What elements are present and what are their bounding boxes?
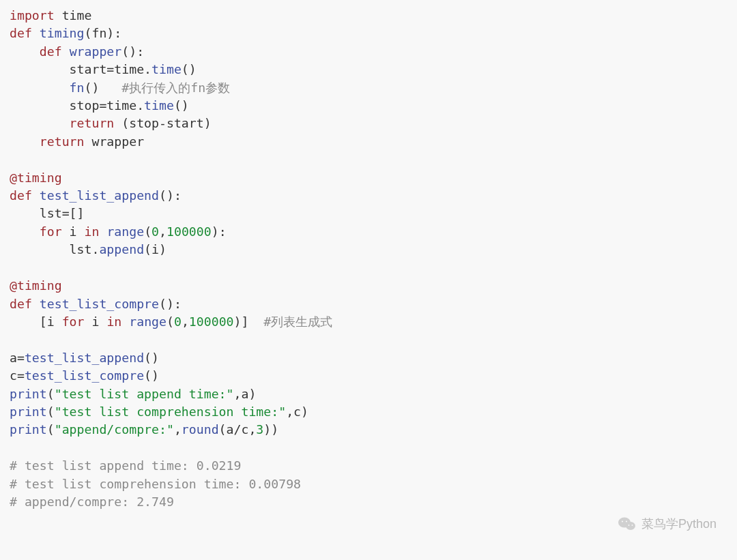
code-token: ): <box>212 224 227 239</box>
code-token: time <box>144 98 174 113</box>
code-token: ( <box>144 224 151 239</box>
code-token: (fn): <box>85 26 122 40</box>
code-token: 3 <box>256 422 263 437</box>
code-line: [i for i in range(0,100000)] #列表生成式 <box>10 314 332 329</box>
code-token: () <box>174 98 189 113</box>
code-token: "test list comprehension time:" <box>55 404 286 419</box>
code-token: test_list_append <box>40 188 159 203</box>
code-token: ( <box>47 422 55 437</box>
svg-point-1 <box>626 522 635 530</box>
code-line: # append/compre: 2.749 <box>10 495 174 509</box>
code-token: () <box>144 368 159 383</box>
wechat-icon <box>618 516 636 531</box>
code-token: (a/c, <box>219 422 257 437</box>
code-line: return (stop-start) <box>10 116 212 130</box>
svg-point-5 <box>632 525 633 526</box>
code-line: lst=[] <box>10 206 85 220</box>
code-token: import <box>10 8 55 23</box>
code-line: c=test_list_compre() <box>10 368 159 383</box>
code-token: lst=[] <box>10 206 85 220</box>
code-token: #执行传入的fn参数 <box>121 80 230 95</box>
code-token: )] <box>234 314 264 329</box>
code-token: ( <box>167 314 174 329</box>
code-token <box>62 44 70 59</box>
code-token: , <box>159 224 167 239</box>
code-token: def <box>40 44 62 59</box>
code-token: i <box>85 314 107 329</box>
code-token <box>99 224 106 239</box>
code-token: lst. <box>10 242 99 256</box>
code-token: )) <box>263 422 278 437</box>
code-token: () <box>144 351 159 365</box>
code-token <box>32 26 40 40</box>
code-line: print("test list append time:",a) <box>10 387 256 401</box>
code-token: , <box>174 422 182 437</box>
code-token: (): <box>159 297 182 311</box>
code-token <box>10 80 70 95</box>
code-token: # test list comprehension time: 0.00798 <box>10 477 301 491</box>
svg-point-0 <box>618 517 631 527</box>
code-token: in <box>85 224 100 239</box>
code-token <box>10 134 40 149</box>
code-line: a=test_list_append() <box>10 351 159 365</box>
code-token: ( <box>47 404 55 419</box>
code-token: ,a) <box>234 387 257 401</box>
code-token: test_list_append <box>25 351 144 365</box>
code-token: @timing <box>10 171 62 185</box>
code-token: #列表生成式 <box>263 314 332 329</box>
code-token: stop=time. <box>10 98 144 113</box>
code-token: (): <box>121 44 144 59</box>
code-token: () <box>182 62 197 76</box>
code-line: return wrapper <box>10 134 144 149</box>
code-token: 0 <box>174 314 182 329</box>
code-token: test_list_compre <box>40 297 159 311</box>
code-token: , <box>182 314 189 329</box>
code-token: (i) <box>144 242 167 256</box>
code-line: def test_list_compre(): <box>10 297 182 311</box>
code-line: def test_list_append(): <box>10 188 182 203</box>
code-token: append <box>99 242 144 256</box>
code-line: @timing <box>10 171 62 185</box>
code-token <box>121 314 129 329</box>
code-token: a= <box>10 351 25 365</box>
code-token: wrapper <box>70 44 122 59</box>
code-token: ( <box>47 387 55 401</box>
code-token: round <box>182 422 219 437</box>
code-line: def timing(fn): <box>10 26 121 40</box>
code-token: print <box>10 404 47 419</box>
code-token: c= <box>10 368 25 383</box>
svg-point-4 <box>628 525 630 526</box>
code-line: stop=time.time() <box>10 98 189 113</box>
code-token: range <box>129 314 167 329</box>
code-token: start=time. <box>10 62 151 76</box>
code-line: start=time.time() <box>10 62 197 76</box>
code-token <box>10 116 70 130</box>
code-token: (): <box>159 188 182 203</box>
code-line: @timing <box>10 278 62 293</box>
code-token <box>32 188 40 203</box>
code-token: time <box>55 8 92 23</box>
code-line: # test list comprehension time: 0.00798 <box>10 477 301 491</box>
code-token: # append/compre: 2.749 <box>10 495 174 509</box>
code-line: import time <box>10 8 91 23</box>
code-token: @timing <box>10 278 62 293</box>
code-token: 100000 <box>167 224 212 239</box>
code-line: lst.append(i) <box>10 242 167 256</box>
code-token <box>10 224 40 239</box>
code-token: print <box>10 387 47 401</box>
code-token: return <box>40 134 85 149</box>
code-token: timing <box>40 26 85 40</box>
code-token: i <box>62 224 85 239</box>
code-token: "test list append time:" <box>55 387 234 401</box>
code-line: for i in range(0,100000): <box>10 224 227 239</box>
code-token: return <box>70 116 115 130</box>
code-token: print <box>10 422 47 437</box>
code-line: print("test list comprehension time:",c) <box>10 404 308 419</box>
code-token: for <box>40 224 62 239</box>
code-token: (stop-start) <box>114 116 211 130</box>
code-token: 0 <box>151 224 159 239</box>
code-token: [i <box>10 314 62 329</box>
code-line: # test list append time: 0.0219 <box>10 458 241 473</box>
code-line: print("append/compre:",round(a/c,3)) <box>10 422 278 437</box>
code-token: wrapper <box>85 134 145 149</box>
